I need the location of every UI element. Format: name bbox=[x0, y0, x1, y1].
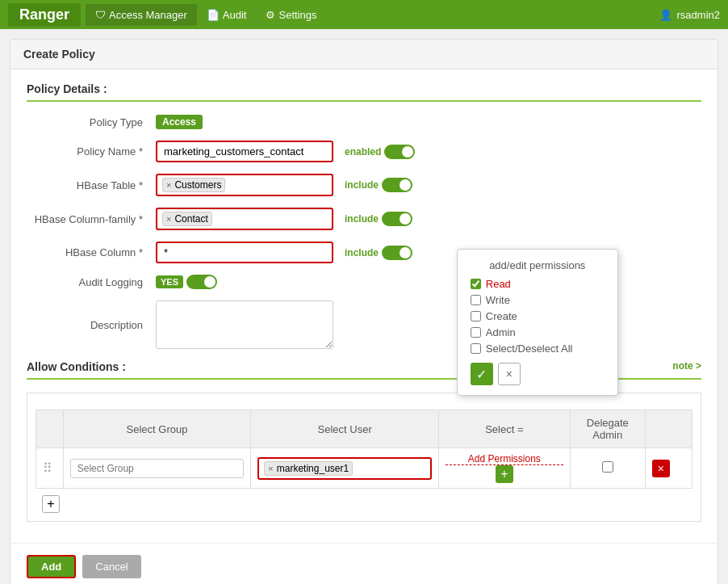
policy-type-label: Policy Type bbox=[27, 116, 156, 128]
nav-access-manager[interactable]: 🛡 Access Manager bbox=[86, 4, 197, 26]
policy-name-input[interactable] bbox=[156, 141, 333, 162]
select-user-cell: × marketing_user1 bbox=[251, 448, 439, 489]
content-area: Policy Details : Policy Type Access Poli… bbox=[10, 69, 718, 535]
conditions-table: Select Group Select User Select = add/ed… bbox=[36, 410, 692, 489]
delete-row-button[interactable]: × bbox=[652, 460, 670, 477]
hbase-table-toggle[interactable] bbox=[382, 178, 412, 192]
select-user-header: Select User bbox=[251, 410, 439, 448]
permission-write-checkbox[interactable] bbox=[471, 295, 481, 305]
user-icon: 👤 bbox=[659, 9, 672, 21]
permission-admin-row: Admin bbox=[471, 326, 605, 338]
description-label: Description bbox=[27, 319, 156, 331]
nav-settings[interactable]: ⚙ Settings bbox=[256, 4, 326, 26]
hbase-column-family-input[interactable]: × Contact bbox=[156, 208, 333, 230]
hbase-column-toggle-label: include bbox=[345, 247, 379, 258]
hbase-column-family-row: HBase Column-family * × Contact include bbox=[27, 208, 701, 230]
permissions-popup: add/edit permissions Read Write bbox=[457, 249, 618, 396]
permission-select-all-checkbox[interactable] bbox=[471, 343, 481, 354]
hbase-table-tag: × Customers bbox=[162, 178, 225, 192]
add-button[interactable]: Add bbox=[27, 555, 76, 578]
popup-buttons: ✓ × bbox=[471, 363, 605, 385]
permission-create-label: Create bbox=[486, 310, 517, 322]
allow-conditions-section: Allow Conditions : note > Select Group S… bbox=[27, 360, 701, 522]
audit-logging-yes: YES bbox=[156, 275, 183, 288]
file-icon: 📄 bbox=[207, 9, 220, 21]
select-user-input[interactable]: × marketing_user1 bbox=[257, 457, 432, 480]
user-info: 👤 rsadmin2 bbox=[659, 9, 720, 21]
audit-logging-label: Audit Logging bbox=[27, 276, 156, 288]
popup-ok-button[interactable]: ✓ bbox=[471, 363, 493, 385]
hbase-table-toggle-wrapper: include bbox=[345, 178, 412, 192]
note-link[interactable]: note > bbox=[672, 360, 701, 372]
hbase-column-family-tag: × Contact bbox=[162, 212, 212, 226]
permission-read-checkbox[interactable] bbox=[471, 279, 481, 289]
hbase-column-family-toggle-wrapper: include bbox=[345, 212, 412, 226]
drag-handle-icon[interactable]: ⠿ bbox=[43, 461, 52, 475]
hbase-column-family-toggle[interactable] bbox=[382, 212, 412, 226]
actions-cell: × bbox=[645, 448, 692, 489]
policy-name-label: Policy Name * bbox=[27, 145, 156, 158]
audit-logging-toggle[interactable] bbox=[186, 275, 217, 289]
hbase-column-toggle[interactable] bbox=[382, 246, 412, 260]
page-title: Create Policy bbox=[10, 40, 718, 69]
select-group-header: Select Group bbox=[63, 410, 251, 448]
permission-write-row: Write bbox=[471, 294, 605, 306]
table-row: ⠿ × marketing_user1 bbox=[36, 448, 692, 489]
brand-logo: Ranger bbox=[8, 3, 81, 27]
policy-name-toggle-label: enabled bbox=[345, 146, 381, 158]
add-permissions-button[interactable]: + bbox=[496, 465, 513, 483]
permission-admin-checkbox[interactable] bbox=[471, 327, 481, 338]
hbase-column-family-tag-remove[interactable]: × bbox=[166, 214, 171, 224]
hbase-table-row: HBase Table * × Customers include bbox=[27, 174, 701, 196]
permission-admin-label: Admin bbox=[486, 326, 516, 338]
delegate-admin-cell bbox=[570, 448, 645, 489]
permissions-header: Select = add/edit permissions Read bbox=[438, 410, 570, 448]
top-navigation: Ranger 🛡 Access Manager 📄 Audit ⚙ Settin… bbox=[0, 0, 728, 29]
hbase-column-label: HBase Column * bbox=[27, 246, 156, 258]
permission-select-all-row: Select/Deselect All bbox=[471, 342, 605, 355]
gear-icon: ⚙ bbox=[266, 9, 275, 21]
permission-create-checkbox[interactable] bbox=[471, 311, 481, 321]
shield-icon: 🛡 bbox=[95, 9, 106, 21]
permission-select-all-label: Select/Deselect All bbox=[486, 342, 573, 355]
policy-type-row: Policy Type Access bbox=[27, 115, 701, 129]
hbase-table-toggle-label: include bbox=[345, 179, 379, 191]
nav-audit[interactable]: 📄 Audit bbox=[197, 4, 257, 26]
policy-name-toggle[interactable] bbox=[384, 145, 415, 159]
cancel-button[interactable]: Cancel bbox=[82, 555, 140, 578]
select-user-tag-remove[interactable]: × bbox=[268, 464, 273, 473]
main-container: Create Policy Policy Details : Policy Ty… bbox=[10, 39, 718, 584]
popup-cancel-button[interactable]: × bbox=[498, 363, 521, 385]
select-group-input[interactable] bbox=[70, 459, 245, 478]
hbase-table-label: HBase Table * bbox=[27, 179, 156, 191]
permission-read-row: Read bbox=[471, 278, 605, 290]
popup-title: add/edit permissions bbox=[471, 259, 605, 271]
hbase-column-family-toggle-label: include bbox=[345, 213, 379, 225]
hbase-table-input[interactable]: × Customers bbox=[156, 174, 333, 196]
hbase-table-tag-remove[interactable]: × bbox=[166, 180, 171, 190]
select-group-cell bbox=[63, 448, 251, 489]
permissions-cell: Add Permissions + bbox=[438, 448, 570, 489]
permission-read-label: Read bbox=[486, 278, 511, 290]
bottom-buttons: Add Cancel bbox=[10, 543, 718, 584]
policy-type-badge: Access bbox=[156, 115, 203, 129]
delegate-admin-checkbox[interactable] bbox=[602, 461, 613, 473]
actions-col-header bbox=[645, 410, 692, 448]
hbase-column-toggle-wrapper: include bbox=[345, 246, 412, 260]
policy-name-toggle-wrapper: enabled bbox=[345, 145, 415, 159]
hbase-column-input[interactable] bbox=[156, 242, 333, 263]
select-user-tag: × marketing_user1 bbox=[264, 461, 353, 476]
add-permissions-link[interactable]: Add Permissions bbox=[446, 453, 563, 465]
permission-create-row: Create bbox=[471, 310, 605, 322]
drag-handle-cell: ⠿ bbox=[36, 448, 64, 489]
add-row-button[interactable]: + bbox=[42, 495, 60, 513]
policy-name-row: Policy Name * enabled bbox=[27, 141, 701, 162]
description-input[interactable] bbox=[156, 300, 333, 349]
drag-col-header bbox=[36, 410, 64, 448]
permission-write-label: Write bbox=[486, 294, 510, 306]
hbase-column-family-label: HBase Column-family * bbox=[27, 213, 156, 225]
policy-details-header: Policy Details : bbox=[27, 82, 701, 102]
delegate-admin-header: Delegate Admin bbox=[570, 410, 645, 448]
